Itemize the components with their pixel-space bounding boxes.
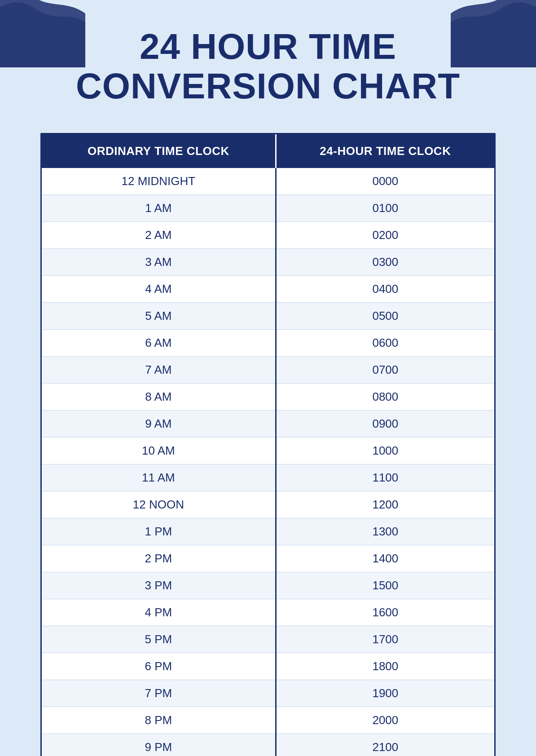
page-title: 24 HOUR TIME CONVERSION CHART (0, 0, 536, 124)
military-time-cell: 1800 (276, 653, 494, 680)
military-time-cell: 1600 (276, 599, 494, 626)
table-row: 7 AM0700 (42, 357, 494, 384)
military-time-cell: 1200 (276, 491, 494, 518)
table-row: 2 AM0200 (42, 222, 494, 249)
military-time-cell: 0300 (276, 249, 494, 276)
table-row: 6 AM0600 (42, 330, 494, 357)
ordinary-time-cell: 2 PM (42, 545, 276, 572)
military-time-cell: 1100 (276, 464, 494, 491)
ordinary-time-cell: 3 AM (42, 249, 276, 276)
military-time-cell: 1700 (276, 626, 494, 653)
table-row: 11 AM1100 (42, 464, 494, 491)
table-row: 5 PM1700 (42, 626, 494, 653)
table-row: 9 PM2100 (42, 734, 494, 756)
table-row: 1 AM0100 (42, 195, 494, 222)
ordinary-time-cell: 8 PM (42, 707, 276, 734)
table-row: 4 PM1600 (42, 599, 494, 626)
table-row: 8 PM2000 (42, 707, 494, 734)
conversion-table: ORDINARY TIME CLOCK 24-HOUR TIME CLOCK 1… (42, 134, 494, 756)
table-row: 10 AM1000 (42, 438, 494, 464)
military-time-cell: 2100 (276, 734, 494, 756)
table-row: 3 AM0300 (42, 249, 494, 276)
table-row: 8 AM0800 (42, 384, 494, 411)
ordinary-time-cell: 4 AM (42, 276, 276, 303)
ordinary-time-cell: 1 AM (42, 195, 276, 222)
military-time-cell: 1500 (276, 572, 494, 599)
military-time-cell: 2000 (276, 707, 494, 734)
military-time-cell: 0400 (276, 276, 494, 303)
ordinary-time-cell: 11 AM (42, 464, 276, 491)
ordinary-time-cell: 5 AM (42, 303, 276, 330)
military-time-cell: 0600 (276, 330, 494, 357)
table-row: 3 PM1500 (42, 572, 494, 599)
ordinary-time-cell: 5 PM (42, 626, 276, 653)
title-text: 24 HOUR TIME CONVERSION CHART (36, 27, 500, 106)
page-background: 24 HOUR TIME CONVERSION CHART ORDINARY T… (0, 0, 536, 756)
ordinary-time-cell: 1 PM (42, 518, 276, 545)
table-header-row: ORDINARY TIME CLOCK 24-HOUR TIME CLOCK (42, 134, 494, 168)
ordinary-time-cell: 4 PM (42, 599, 276, 626)
ordinary-time-cell: 9 PM (42, 734, 276, 756)
ordinary-time-cell: 12 MIDNIGHT (42, 168, 276, 195)
military-time-cell: 0100 (276, 195, 494, 222)
ordinary-time-cell: 10 AM (42, 438, 276, 464)
ordinary-time-cell: 7 AM (42, 357, 276, 384)
conversion-table-container: ORDINARY TIME CLOCK 24-HOUR TIME CLOCK 1… (40, 133, 496, 756)
military-time-cell: 1300 (276, 518, 494, 545)
ordinary-time-cell: 3 PM (42, 572, 276, 599)
table-row: 7 PM1900 (42, 680, 494, 707)
table-row: 6 PM1800 (42, 653, 494, 680)
military-time-cell: 0700 (276, 357, 494, 384)
ordinary-time-cell: 6 PM (42, 653, 276, 680)
col1-header: ORDINARY TIME CLOCK (42, 134, 276, 168)
table-row: 1 PM1300 (42, 518, 494, 545)
military-time-cell: 0000 (276, 168, 494, 195)
military-time-cell: 0900 (276, 411, 494, 438)
table-row: 4 AM0400 (42, 276, 494, 303)
military-time-cell: 1900 (276, 680, 494, 707)
ordinary-time-cell: 12 NOON (42, 491, 276, 518)
ordinary-time-cell: 7 PM (42, 680, 276, 707)
table-row: 9 AM0900 (42, 411, 494, 438)
table-row: 12 MIDNIGHT0000 (42, 168, 494, 195)
military-time-cell: 1000 (276, 438, 494, 464)
military-time-cell: 0500 (276, 303, 494, 330)
table-row: 2 PM1400 (42, 545, 494, 572)
table-row: 5 AM0500 (42, 303, 494, 330)
ordinary-time-cell: 6 AM (42, 330, 276, 357)
ordinary-time-cell: 2 AM (42, 222, 276, 249)
ordinary-time-cell: 8 AM (42, 384, 276, 411)
military-time-cell: 0800 (276, 384, 494, 411)
table-row: 12 NOON1200 (42, 491, 494, 518)
military-time-cell: 1400 (276, 545, 494, 572)
col2-header: 24-HOUR TIME CLOCK (276, 134, 494, 168)
military-time-cell: 0200 (276, 222, 494, 249)
ordinary-time-cell: 9 AM (42, 411, 276, 438)
table-body: 12 MIDNIGHT00001 AM01002 AM02003 AM03004… (42, 168, 494, 756)
